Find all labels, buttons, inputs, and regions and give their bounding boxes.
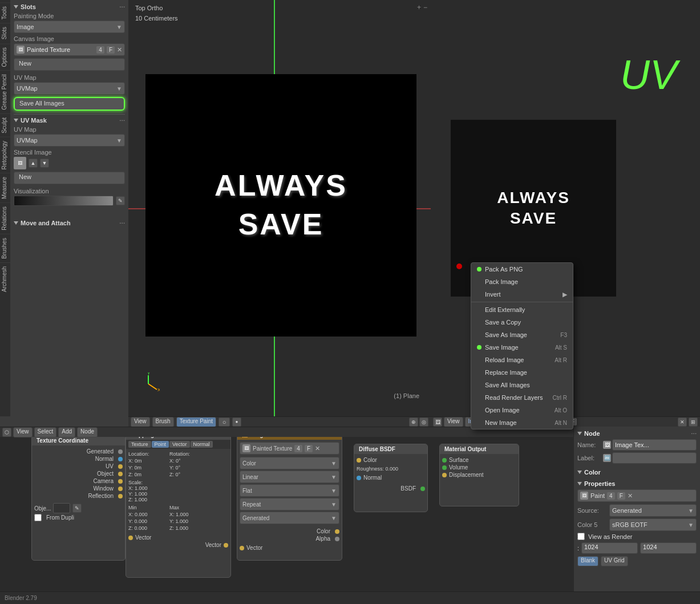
ctx-read-render[interactable]: Read Render Layers Ctrl R <box>471 391 573 404</box>
source-arrow: ▼ <box>688 508 694 514</box>
ctx-invert[interactable]: Invert ▶ <box>471 288 573 301</box>
socket-reflection-label: Reflection <box>88 493 114 499</box>
ctx-reload-image[interactable]: Reload Image Alt R <box>471 354 573 366</box>
tab-grease-pencil[interactable]: Grease Pencil <box>0 70 10 113</box>
mapping-tab-vector[interactable]: Vector <box>169 441 190 448</box>
node-node-btn[interactable]: Node <box>77 427 98 437</box>
canvas-image-close[interactable]: ✕ <box>117 46 122 54</box>
ctx-new-image[interactable]: New Image Alt N <box>471 416 573 429</box>
view-image-btn[interactable]: View <box>444 417 463 427</box>
viewport-corner-plus[interactable]: + <box>417 3 421 11</box>
ctx-replace-label: Replace Image <box>485 369 527 376</box>
socket-reflection: Reflection <box>34 492 123 500</box>
label-input[interactable] <box>612 452 697 464</box>
view-as-render-row: View as Render <box>577 533 697 540</box>
uv-canvas-text: ALWAYS SAVE <box>497 188 570 229</box>
mapping-tab-normal[interactable]: Normal <box>191 441 213 448</box>
tab-tools[interactable]: Tools <box>0 2 10 23</box>
mapping-tab-point[interactable]: Point <box>152 441 169 448</box>
stencil-new-button[interactable]: New <box>14 172 125 184</box>
node-select-btn[interactable]: Select <box>34 427 57 437</box>
ctx-save-as-image[interactable]: Save As Image F3 <box>471 329 573 341</box>
ctx-save-all-images[interactable]: Save All Images <box>471 379 573 391</box>
node-material-output[interactable]: Material Output Surface Volume Displacem… <box>439 444 519 506</box>
from-dupli-checkbox[interactable] <box>34 514 42 521</box>
node-tex-coord-header: Texture Coordinate <box>32 436 125 445</box>
snap-btn[interactable]: ⊕ <box>409 417 418 427</box>
tab-measure[interactable]: Measure <box>0 173 10 202</box>
slots-toggle[interactable] <box>14 5 18 9</box>
viewport-canvas[interactable]: ALWAYS SAVE <box>145 74 416 337</box>
img-toolbar-close[interactable]: ✕ <box>678 417 687 427</box>
uv-mask-label: UV Mask <box>21 117 47 124</box>
blank-btn[interactable]: Blank <box>577 556 598 566</box>
texture-paint-btn[interactable]: Texture Paint <box>176 417 216 427</box>
color-section-toggle[interactable] <box>577 471 582 474</box>
visualization-edit-btn[interactable]: ✎ <box>116 196 125 205</box>
uv-mask-toggle[interactable] <box>14 119 18 122</box>
svg-text:Y: Y <box>147 372 151 376</box>
name-label: Name: <box>577 441 600 448</box>
new-button[interactable]: New <box>14 58 125 71</box>
save-all-images-button[interactable]: Save All Images <box>14 97 125 111</box>
view-menu-btn[interactable]: View <box>131 417 150 427</box>
name-input[interactable] <box>612 439 697 451</box>
socket-surface-in: Surface <box>442 456 516 464</box>
ctx-edit-externally-label: Edit Externally <box>485 306 525 313</box>
brush-menu-btn[interactable]: Brush <box>152 417 174 427</box>
ctx-pack-image[interactable]: Pack Image <box>471 275 573 288</box>
tab-brushes[interactable]: Brushes <box>0 234 10 262</box>
move-attach-toggle[interactable] <box>14 221 18 225</box>
ctx-edit-externally[interactable]: Edit Externally <box>471 303 573 316</box>
uv-mask-uvmap-arrow: ▼ <box>116 137 122 144</box>
object-row-edit[interactable]: ✎ <box>72 504 82 513</box>
node-image-tex-body: 🖼 Painted Texture 4 F ✕ Color ▼ Linear ▼… <box>237 440 342 553</box>
props-paint-close[interactable]: ✕ <box>628 492 633 500</box>
ctx-pack-png[interactable]: Pack As PNG <box>471 263 573 275</box>
uv-grid-btn[interactable]: UV Grid <box>601 556 628 566</box>
ctx-save-copy[interactable]: Save a Copy <box>471 316 573 329</box>
socket-uv: UV <box>34 463 123 470</box>
res-y-input[interactable]: 1024 <box>640 542 697 554</box>
source-dropdown[interactable]: Generated ▼ <box>609 504 697 517</box>
view-as-render-checkbox[interactable] <box>577 533 585 540</box>
viewport-corner-minus[interactable]: − <box>423 3 427 11</box>
properties-section-toggle[interactable] <box>577 482 582 485</box>
proportional-btn[interactable]: ◎ <box>419 417 428 427</box>
tab-relations[interactable]: Relations <box>0 202 10 234</box>
img-toolbar-expand[interactable]: ⊞ <box>689 417 698 427</box>
uv-map-label: UV Map <box>14 74 125 81</box>
node-img-close[interactable]: ✕ <box>315 445 320 452</box>
stencil-dn-btn[interactable]: ▼ <box>40 159 49 168</box>
node-view-btn[interactable]: View <box>13 427 33 437</box>
linear-dropdown[interactable]: Linear ▼ <box>240 471 339 483</box>
ctx-open-image[interactable]: Open Image Alt O <box>471 404 573 416</box>
ctx-replace-image[interactable]: Replace Image <box>471 366 573 379</box>
node-mapping[interactable]: Mapping Texture Point Vector Normal Loca… <box>126 429 231 578</box>
repeat-dropdown[interactable]: Repeat ▼ <box>240 498 339 510</box>
uv-map-dropdown[interactable]: UVMap ▼ <box>14 82 125 95</box>
flat-dropdown[interactable]: Flat ▼ <box>240 484 339 497</box>
socket-color-out: Color <box>240 528 339 535</box>
tab-archmesh[interactable]: Archmesh <box>0 262 10 295</box>
tab-retopology[interactable]: Retopology <box>0 137 10 173</box>
tab-sculpt[interactable]: Sculpt <box>0 113 10 137</box>
color5-dropdown[interactable]: sRGB EOTF ▼ <box>609 518 697 531</box>
mapping-tab-texture[interactable]: Texture <box>128 441 151 448</box>
node-diffuse[interactable]: Diffuse BSDF Color Roughness: 0.000 Norm… <box>354 444 428 512</box>
ctx-save-image[interactable]: Save Image Alt S <box>471 341 573 354</box>
node-section-toggle[interactable] <box>577 432 582 435</box>
color-dropdown[interactable]: Color ▼ <box>240 457 339 469</box>
generated-dropdown[interactable]: Generated ▼ <box>240 512 339 524</box>
res-x-input[interactable]: 1024 <box>581 542 638 554</box>
node-image-texture[interactable]: 🖼 Image Texture 🖼 Painted Texture 4 F ✕ … <box>237 429 342 561</box>
node-add-btn[interactable]: Add <box>58 427 75 437</box>
sphere-icon[interactable]: ○ <box>219 417 230 427</box>
solid-mode-btn[interactable]: ● <box>232 417 241 427</box>
tab-slots[interactable]: Slots <box>0 23 10 43</box>
node-tex-coord[interactable]: Texture Coordinate Generated Normal UV O… <box>31 435 126 561</box>
stencil-up-btn[interactable]: ▲ <box>29 159 38 168</box>
tab-options[interactable]: Options <box>0 43 10 70</box>
uv-mask-uvmap-dropdown[interactable]: UVMap ▼ <box>14 134 125 147</box>
painting-mode-dropdown[interactable]: Image ▼ <box>14 21 125 33</box>
